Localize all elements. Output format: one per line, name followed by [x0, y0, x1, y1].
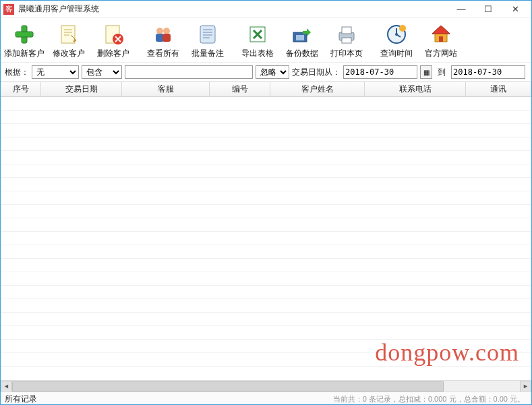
- table-row: [1, 245, 531, 259]
- grid-body[interactable]: dongpow.com: [1, 97, 531, 380]
- people-icon: [151, 22, 175, 46]
- table-row: [1, 137, 531, 151]
- delete-customer-button[interactable]: 删除客户: [91, 21, 136, 61]
- status-right: 当前共：0 条记录，总扣减：0.000 元，总金额：0.00 元。: [333, 394, 525, 404]
- col-comm[interactable]: 通讯: [466, 82, 531, 96]
- close-button[interactable]: ✕: [502, 1, 529, 18]
- home-icon: [429, 22, 453, 46]
- col-seq[interactable]: 序号: [1, 82, 41, 96]
- svg-rect-12: [296, 35, 304, 40]
- table-row: [1, 340, 531, 353]
- svg-point-5: [156, 28, 163, 34]
- plus-icon: [12, 22, 36, 46]
- edit-icon: [57, 22, 81, 46]
- view-all-button[interactable]: 查看所有: [141, 21, 185, 61]
- backup-button[interactable]: 备份数据: [280, 21, 324, 61]
- col-txdate[interactable]: 交易日期: [41, 82, 122, 96]
- horizontal-scrollbar[interactable]: ◄ ►: [1, 380, 531, 392]
- list-icon: [196, 22, 220, 46]
- table-row: [1, 164, 531, 178]
- date-from-input[interactable]: [343, 65, 417, 79]
- data-grid: 序号 交易日期 客服 编号 客户姓名 联系电话 通讯 dongpow.com ◄…: [1, 82, 531, 392]
- app-icon: 客: [3, 4, 14, 15]
- toolbar: 添加新客户 修改客户 删除客户 查看所有 批量备注 导出表格 备份数据 打印本页…: [1, 18, 531, 62]
- svg-rect-13: [303, 31, 308, 34]
- date-from-picker-button[interactable]: ▦: [420, 65, 432, 79]
- toolbar-label: 删除客户: [97, 48, 129, 59]
- date-from-label: 交易日期从：: [292, 67, 341, 78]
- printer-icon: [334, 22, 359, 46]
- col-phone[interactable]: 联系电话: [365, 82, 466, 96]
- table-row: [1, 259, 531, 272]
- table-row: [1, 124, 531, 137]
- svg-rect-8: [162, 34, 171, 42]
- query-time-button[interactable]: 查询时间: [374, 21, 419, 61]
- scroll-track[interactable]: [12, 381, 520, 392]
- window-title: 晨曦通用客户管理系统: [18, 3, 448, 15]
- batch-note-button[interactable]: 批量备注: [185, 21, 230, 61]
- svg-point-7: [163, 28, 170, 34]
- date-to-input[interactable]: [451, 65, 525, 79]
- toolbar-label: 查看所有: [147, 48, 179, 59]
- table-row: [1, 232, 531, 245]
- toolbar-label: 修改客户: [53, 48, 85, 59]
- clock-icon: [384, 22, 409, 46]
- status-bar: 所有记录 当前共：0 条记录，总扣减：0.000 元，总金额：0.00 元。: [1, 392, 531, 405]
- svg-rect-2: [61, 26, 75, 43]
- basis-select[interactable]: 无: [32, 65, 79, 79]
- toolbar-label: 打印本页: [330, 48, 363, 59]
- col-agent[interactable]: 客服: [122, 82, 210, 96]
- table-row: [1, 272, 531, 286]
- table-row: [1, 218, 531, 232]
- scroll-thumb[interactable]: [12, 381, 444, 392]
- table-row: [1, 326, 531, 340]
- filter-bar: 根据： 无 包含 忽略 交易日期从： ▦ 到: [1, 62, 531, 82]
- svg-rect-9: [200, 26, 215, 43]
- official-site-button[interactable]: 官方网站: [419, 21, 463, 61]
- grid-header: 序号 交易日期 客服 编号 客户姓名 联系电话 通讯: [1, 82, 531, 97]
- svg-rect-16: [342, 38, 351, 43]
- col-custname[interactable]: 客户姓名: [270, 82, 365, 96]
- search-input[interactable]: [125, 65, 253, 79]
- table-row: [1, 191, 531, 205]
- table-row: [1, 353, 531, 367]
- scroll-right-button[interactable]: ►: [520, 381, 531, 392]
- svg-point-19: [399, 25, 406, 32]
- delete-icon: [101, 22, 125, 46]
- table-row: [1, 205, 531, 218]
- table-row: [1, 178, 531, 191]
- excel-icon: [245, 22, 270, 46]
- col-code[interactable]: 编号: [210, 82, 270, 96]
- maximize-button[interactable]: ☐: [475, 1, 502, 18]
- ignore-select[interactable]: 忽略: [256, 65, 289, 79]
- edit-customer-button[interactable]: 修改客户: [47, 21, 91, 61]
- print-button[interactable]: 打印本页: [324, 21, 369, 61]
- operator-select[interactable]: 包含: [82, 65, 122, 79]
- toolbar-label: 查询时间: [380, 48, 413, 59]
- table-row: [1, 97, 531, 111]
- minimize-button[interactable]: ―: [448, 1, 475, 18]
- table-row: [1, 299, 531, 313]
- table-row: [1, 286, 531, 299]
- add-customer-button[interactable]: 添加新客户: [2, 21, 47, 61]
- toolbar-label: 官方网站: [425, 48, 457, 59]
- table-row: [1, 313, 531, 326]
- toolbar-label: 导出表格: [241, 48, 274, 59]
- scroll-left-button[interactable]: ◄: [1, 381, 12, 392]
- status-left: 所有记录: [5, 394, 37, 405]
- toolbar-label: 添加新客户: [4, 48, 45, 59]
- svg-rect-20: [439, 36, 443, 42]
- date-to-label: 到: [438, 67, 446, 78]
- basis-label: 根据：: [5, 67, 29, 78]
- table-row: [1, 111, 531, 124]
- svg-rect-15: [342, 27, 351, 34]
- table-row: [1, 151, 531, 164]
- toolbar-label: 备份数据: [286, 48, 318, 59]
- toolbar-label: 批量备注: [191, 48, 224, 59]
- svg-rect-1: [16, 32, 33, 37]
- export-button[interactable]: 导出表格: [235, 21, 280, 61]
- title-bar: 客 晨曦通用客户管理系统 ― ☐ ✕: [1, 1, 531, 18]
- backup-icon: [290, 22, 314, 46]
